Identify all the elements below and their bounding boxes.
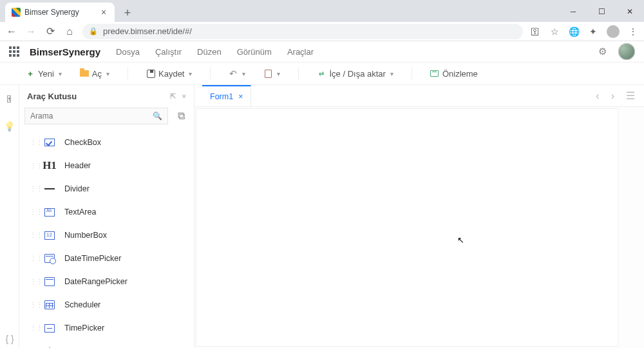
import-export-label: İçe / Dışa aktar: [329, 69, 385, 79]
tool-label: TextArea: [64, 208, 96, 217]
form-canvas[interactable]: ↖: [196, 108, 618, 347]
tool-checkbox[interactable]: ⋮⋮ CheckBox: [19, 131, 194, 154]
tab-list-icon[interactable]: ☰: [623, 87, 638, 104]
undo-button[interactable]: ↶ ▾: [229, 69, 245, 78]
toolbox-search[interactable]: 🔍: [24, 108, 168, 124]
action-toolbar: + Yeni ▾ Aç ▾ Kaydet ▾ ↶ ▾ ▾ ⇄ İçe / Dış…: [0, 62, 644, 85]
chevron-down-icon: ▾: [277, 70, 280, 77]
close-tab-icon[interactable]: ×: [99, 8, 108, 17]
import-export-icon: ⇄: [317, 69, 326, 78]
window-controls: ─ ☐ ✕: [559, 1, 644, 22]
drag-handle-icon[interactable]: ⋮⋮: [30, 141, 35, 144]
url-text: predev.bimser.net/ide/#/: [103, 26, 192, 36]
toolbox-panel: Araç Kutusu ⇱ × 🔍 ⧉ ⋮⋮ CheckBox ⋮⋮ H1 He…: [19, 85, 194, 348]
plus-icon: +: [26, 69, 35, 78]
save-label: Kaydet: [158, 69, 184, 79]
chevron-down-icon: ▾: [242, 70, 245, 77]
close-document-icon[interactable]: ×: [238, 92, 243, 101]
tool-divider[interactable]: ⋮⋮ Divider: [19, 177, 194, 200]
maximize-button[interactable]: ☐: [587, 1, 616, 22]
settings-gear-icon[interactable]: ⚙: [598, 46, 607, 57]
drag-handle-icon[interactable]: ⋮⋮: [30, 188, 35, 191]
document-tabs: Form1 × ‹ › ☰: [194, 85, 644, 107]
reload-button[interactable]: ⟳: [44, 25, 57, 38]
address-bar: ← → ⟳ ⌂ 🔒 predev.bimser.net/ide/#/ ⚿ ☆ 🌐…: [0, 22, 644, 41]
tool-label: Scheduler: [64, 300, 100, 309]
divider-icon: [44, 188, 55, 189]
extensions-icon[interactable]: ✦: [587, 26, 599, 37]
key-icon[interactable]: ⚿: [529, 26, 541, 37]
rail-light-icon[interactable]: 💡: [5, 121, 15, 131]
body-area: 🎚 💡 { } Araç Kutusu ⇱ × 🔍 ⧉ ⋮⋮ CheckBox: [0, 85, 644, 348]
minimize-button[interactable]: ─: [559, 1, 587, 22]
drag-handle-icon[interactable]: ⋮⋮: [30, 234, 35, 237]
search-input[interactable]: [30, 111, 153, 121]
menu-layout[interactable]: Düzen: [197, 47, 222, 57]
drag-handle-icon[interactable]: ⋮⋮: [30, 164, 35, 168]
menu-view[interactable]: Görünüm: [237, 47, 272, 57]
toolbox-header: Araç Kutusu ⇱ ×: [19, 85, 194, 105]
pin-icon[interactable]: ⇱: [170, 92, 176, 101]
preview-button[interactable]: Önizleme: [430, 69, 478, 79]
drag-handle-icon[interactable]: ⋮⋮: [30, 327, 35, 330]
new-button[interactable]: + Yeni ▾: [26, 69, 62, 79]
header-icon: H1: [43, 159, 57, 173]
tool-timepicker[interactable]: ⋮⋮ TimePicker: [19, 316, 194, 340]
tool-textarea[interactable]: ⋮⋮ TextArea: [19, 200, 194, 224]
home-button[interactable]: ⌂: [63, 25, 76, 38]
tool-scheduler[interactable]: ⋮⋮ Scheduler: [19, 293, 194, 316]
preview-icon: [430, 70, 439, 77]
lock-icon: 🔒: [89, 27, 98, 35]
star-icon[interactable]: ☆: [549, 26, 560, 37]
profile-avatar-icon[interactable]: [607, 25, 620, 38]
url-field[interactable]: 🔒 predev.bimser.net/ide/#/: [82, 24, 523, 39]
chevron-down-icon: ▾: [189, 70, 192, 77]
toolbox-list: ⋮⋮ CheckBox ⋮⋮ H1 Header ⋮⋮ Divider ⋮⋮ T…: [19, 130, 194, 348]
drag-handle-icon[interactable]: ⋮⋮: [30, 280, 35, 284]
collapse-icon[interactable]: ⧉: [173, 108, 189, 124]
menu-run[interactable]: Çalıştır: [155, 47, 182, 57]
tool-datetimepicker[interactable]: ⋮⋮ DateTimePicker: [19, 247, 194, 270]
left-rail: 🎚 💡 { }: [0, 85, 19, 348]
document-tab-label: Form1: [210, 92, 233, 101]
kebab-menu-icon[interactable]: ⋮: [627, 26, 639, 37]
drag-handle-icon[interactable]: ⋮⋮: [30, 304, 35, 307]
toolbox-title: Araç Kutusu: [27, 92, 77, 101]
open-button[interactable]: Aç ▾: [80, 69, 109, 79]
translate-icon[interactable]: 🌐: [568, 26, 580, 37]
undo-icon: ↶: [229, 69, 238, 78]
chevron-down-icon: ▾: [106, 70, 109, 77]
browser-tab[interactable]: Bimser Synergy ×: [5, 3, 115, 22]
forward-button[interactable]: →: [24, 25, 37, 38]
save-icon: [147, 70, 155, 78]
numberbox-icon: [44, 231, 55, 240]
menu-tools[interactable]: Araçlar: [287, 47, 314, 57]
cursor-icon: ↖: [457, 235, 464, 245]
favicon-icon: [12, 8, 21, 17]
drag-handle-icon[interactable]: ⋮⋮: [30, 257, 35, 260]
tool-rate[interactable]: ⋮⋮ ☆ Rate: [19, 340, 194, 348]
drag-handle-icon[interactable]: ⋮⋮: [30, 211, 35, 214]
clipboard-button[interactable]: ▾: [263, 69, 280, 78]
new-tab-button[interactable]: +: [118, 4, 137, 22]
tool-numberbox[interactable]: ⋮⋮ NumberBox: [19, 224, 194, 247]
close-panel-icon[interactable]: ×: [182, 92, 186, 101]
rail-bracket-icon[interactable]: { }: [5, 334, 15, 344]
back-button[interactable]: ←: [5, 25, 18, 38]
textarea-icon: [44, 208, 55, 217]
rail-tools-icon[interactable]: 🎚: [5, 94, 15, 104]
user-avatar[interactable]: [618, 43, 635, 60]
save-button[interactable]: Kaydet ▾: [146, 69, 192, 79]
folder-icon: [80, 70, 89, 77]
menu-file[interactable]: Dosya: [116, 47, 140, 57]
prev-tab-icon[interactable]: ‹: [593, 88, 601, 104]
document-tab-form1[interactable]: Form1 ×: [202, 85, 251, 106]
search-icon: 🔍: [153, 111, 162, 121]
tool-daterangepicker[interactable]: ⋮⋮ DateRangePicker: [19, 270, 194, 293]
scheduler-icon: [44, 300, 55, 309]
tool-header[interactable]: ⋮⋮ H1 Header: [19, 154, 194, 177]
close-window-button[interactable]: ✕: [616, 1, 644, 22]
app-switcher-icon[interactable]: [9, 46, 19, 57]
next-tab-icon[interactable]: ›: [609, 88, 617, 104]
import-export-button[interactable]: ⇄ İçe / Dışa aktar ▾: [317, 69, 393, 79]
